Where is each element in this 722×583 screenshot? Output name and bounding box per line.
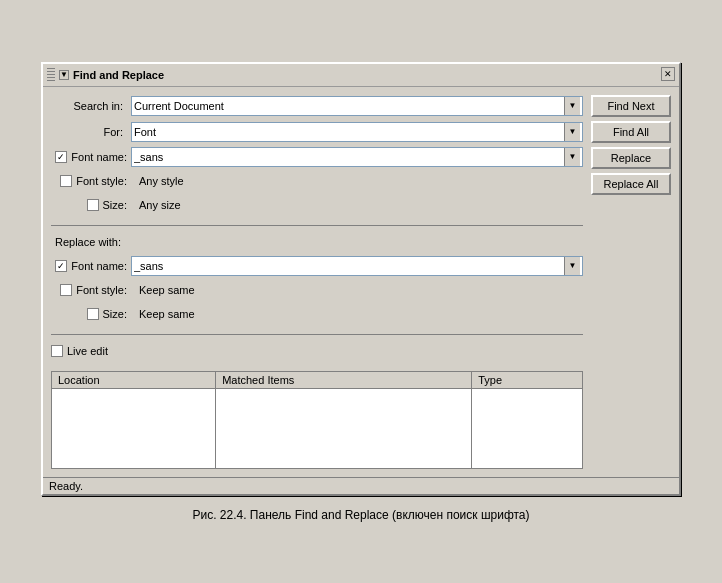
for-label: For: <box>51 126 131 138</box>
close-button[interactable]: ✕ <box>661 67 675 81</box>
for-arrow[interactable]: ▼ <box>564 123 580 141</box>
live-edit-label: Live edit <box>67 345 108 357</box>
replace-font-name-arrow[interactable]: ▼ <box>564 257 580 275</box>
cell-type <box>472 388 583 468</box>
replace-font-style-value: Keep same <box>139 284 195 296</box>
caption-text: Рис. 22.4. Панель Find and Replace (вклю… <box>192 508 529 522</box>
live-edit-row: Live edit <box>51 345 583 357</box>
size-row: Size: Any size <box>51 195 583 215</box>
main-content: Search in: Current Document ▼ For: Font <box>51 95 583 469</box>
status-bar: Ready. <box>43 477 679 494</box>
live-edit-checkbox[interactable] <box>51 345 63 357</box>
replace-size-label: Size: <box>103 308 127 320</box>
size-checkbox[interactable] <box>87 199 99 211</box>
replace-font-name-dropdown[interactable]: _sans ▼ <box>131 256 583 276</box>
caption: Рис. 22.4. Панель Find and Replace (вклю… <box>41 508 681 522</box>
table-row <box>52 388 583 468</box>
search-in-dropdown[interactable]: Current Document ▼ <box>131 96 583 116</box>
divider-2 <box>51 334 583 335</box>
search-in-value: Current Document <box>134 100 564 112</box>
replace-font-name-value: _sans <box>134 260 564 272</box>
search-in-arrow[interactable]: ▼ <box>564 97 580 115</box>
font-name-checkbox[interactable] <box>55 151 67 163</box>
replace-size-checkbox[interactable] <box>87 308 99 320</box>
replace-size-row: Size: Keep same <box>51 304 583 324</box>
cell-matched <box>216 388 472 468</box>
font-name-wrapper: _sans ▼ <box>131 147 583 167</box>
replace-all-button[interactable]: Replace All <box>591 173 671 195</box>
replace-font-style-checkbox[interactable] <box>60 284 72 296</box>
replace-button[interactable]: Replace <box>591 147 671 169</box>
for-row: For: Font ▼ <box>51 121 583 143</box>
replace-font-name-row: Font name: _sans ▼ <box>51 256 583 276</box>
replace-with-label: Replace with: <box>51 236 583 248</box>
replace-font-style-label: Font style: <box>76 284 127 296</box>
font-style-row: Font style: Any style <box>51 171 583 191</box>
font-style-checkbox[interactable] <box>60 175 72 187</box>
results-table: Location Matched Items Type <box>51 371 583 469</box>
cell-location <box>52 388 216 468</box>
replace-font-name-check-area: Font name: <box>51 260 131 272</box>
for-wrapper: Font ▼ <box>131 122 583 142</box>
font-style-check-area: Font style: <box>51 175 131 187</box>
font-name-label: Font name: <box>71 151 127 163</box>
size-check-area: Size: <box>51 199 131 211</box>
for-value: Font <box>134 126 564 138</box>
replace-font-name-wrapper: _sans ▼ <box>131 256 583 276</box>
font-name-row: Font name: _sans ▼ <box>51 147 583 167</box>
buttons-panel: Find Next Find All Replace Replace All <box>591 95 671 469</box>
search-in-row: Search in: Current Document ▼ <box>51 95 583 117</box>
replace-font-name-checkbox[interactable] <box>55 260 67 272</box>
col-location: Location <box>52 371 216 388</box>
font-name-check-area: Font name: <box>51 151 131 163</box>
dialog-body: Search in: Current Document ▼ For: Font <box>43 87 679 477</box>
size-label: Size: <box>103 199 127 211</box>
search-in-wrapper: Current Document ▼ <box>131 96 583 116</box>
find-all-button[interactable]: Find All <box>591 121 671 143</box>
results-section: Location Matched Items Type <box>51 371 583 469</box>
font-name-arrow[interactable]: ▼ <box>564 148 580 166</box>
col-type: Type <box>472 371 583 388</box>
replace-size-check-area: Size: <box>51 308 131 320</box>
collapse-button[interactable]: ▼ <box>59 70 69 80</box>
dialog-title: Find and Replace <box>73 69 164 81</box>
replace-font-style-row: Font style: Keep same <box>51 280 583 300</box>
status-text: Ready. <box>49 480 83 492</box>
size-value: Any size <box>139 199 181 211</box>
grip-handle[interactable] <box>47 68 55 82</box>
for-dropdown[interactable]: Font ▼ <box>131 122 583 142</box>
font-name-value: _sans <box>134 151 564 163</box>
font-style-value: Any style <box>139 175 184 187</box>
replace-size-value: Keep same <box>139 308 195 320</box>
search-in-label: Search in: <box>51 100 131 112</box>
replace-font-name-label: Font name: <box>71 260 127 272</box>
divider-1 <box>51 225 583 226</box>
find-next-button[interactable]: Find Next <box>591 95 671 117</box>
replace-font-style-check-area: Font style: <box>51 284 131 296</box>
font-name-dropdown[interactable]: _sans ▼ <box>131 147 583 167</box>
font-style-label: Font style: <box>76 175 127 187</box>
col-matched: Matched Items <box>216 371 472 388</box>
title-bar: ▼ Find and Replace ≡ ✕ <box>43 64 679 87</box>
